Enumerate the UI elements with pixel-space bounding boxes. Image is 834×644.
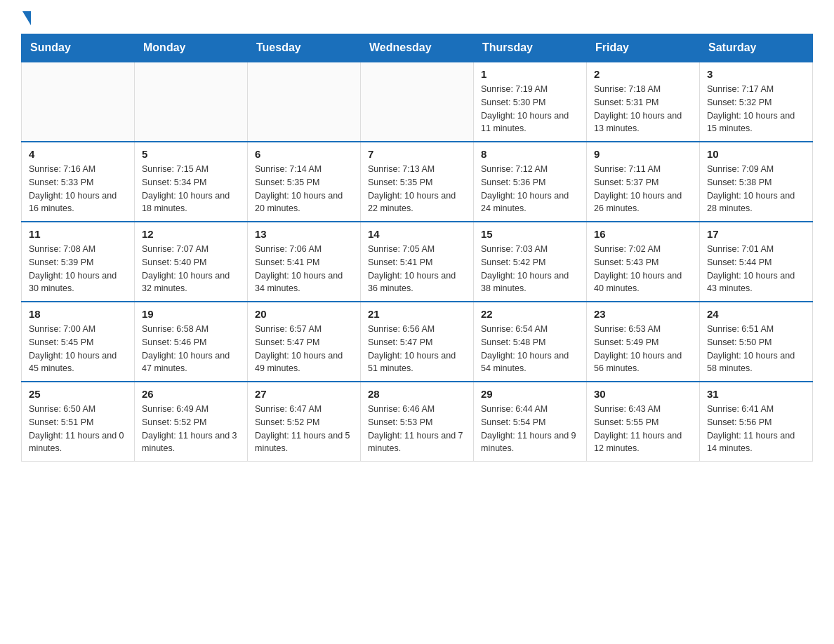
logo: [21, 14, 31, 22]
calendar-day-cell: 13Sunrise: 7:06 AM Sunset: 5:41 PM Dayli…: [248, 222, 361, 302]
day-number: 4: [29, 148, 127, 160]
day-number: 29: [481, 388, 579, 400]
day-number: 5: [142, 148, 240, 160]
calendar-day-cell: 7Sunrise: 7:13 AM Sunset: 5:35 PM Daylig…: [361, 142, 474, 222]
day-info: Sunrise: 6:49 AM Sunset: 5:52 PM Dayligh…: [142, 403, 240, 455]
calendar-day-cell: 31Sunrise: 6:41 AM Sunset: 5:56 PM Dayli…: [700, 382, 813, 462]
day-of-week-header: Monday: [135, 34, 248, 62]
day-number: 14: [368, 228, 466, 240]
calendar-day-cell: 12Sunrise: 7:07 AM Sunset: 5:40 PM Dayli…: [135, 222, 248, 302]
day-info: Sunrise: 7:05 AM Sunset: 5:41 PM Dayligh…: [368, 243, 466, 295]
day-number: 31: [707, 388, 805, 400]
calendar-day-cell: 30Sunrise: 6:43 AM Sunset: 5:55 PM Dayli…: [587, 382, 700, 462]
day-of-week-header: Wednesday: [361, 34, 474, 62]
day-number: 30: [594, 388, 692, 400]
day-number: 27: [255, 388, 353, 400]
day-number: 24: [707, 308, 805, 320]
day-number: 21: [368, 308, 466, 320]
calendar-day-cell: [22, 62, 135, 142]
calendar-day-cell: 14Sunrise: 7:05 AM Sunset: 5:41 PM Dayli…: [361, 222, 474, 302]
day-info: Sunrise: 7:00 AM Sunset: 5:45 PM Dayligh…: [29, 323, 127, 375]
day-number: 6: [255, 148, 353, 160]
day-number: 20: [255, 308, 353, 320]
day-info: Sunrise: 6:53 AM Sunset: 5:49 PM Dayligh…: [594, 323, 692, 375]
day-info: Sunrise: 6:47 AM Sunset: 5:52 PM Dayligh…: [255, 403, 353, 455]
day-of-week-header: Thursday: [474, 34, 587, 62]
day-number: 25: [29, 388, 127, 400]
calendar-day-cell: 10Sunrise: 7:09 AM Sunset: 5:38 PM Dayli…: [700, 142, 813, 222]
day-number: 10: [707, 148, 805, 160]
day-number: 8: [481, 148, 579, 160]
day-info: Sunrise: 6:50 AM Sunset: 5:51 PM Dayligh…: [29, 403, 127, 455]
calendar-day-cell: 2Sunrise: 7:18 AM Sunset: 5:31 PM Daylig…: [587, 62, 700, 142]
day-number: 11: [29, 228, 127, 240]
calendar-day-cell: 4Sunrise: 7:16 AM Sunset: 5:33 PM Daylig…: [22, 142, 135, 222]
day-info: Sunrise: 7:11 AM Sunset: 5:37 PM Dayligh…: [594, 163, 692, 215]
day-number: 15: [481, 228, 579, 240]
day-info: Sunrise: 7:09 AM Sunset: 5:38 PM Dayligh…: [707, 163, 805, 215]
calendar-week-row: 11Sunrise: 7:08 AM Sunset: 5:39 PM Dayli…: [22, 222, 813, 302]
day-info: Sunrise: 7:15 AM Sunset: 5:34 PM Dayligh…: [142, 163, 240, 215]
day-info: Sunrise: 7:01 AM Sunset: 5:44 PM Dayligh…: [707, 243, 805, 295]
day-number: 17: [707, 228, 805, 240]
calendar-day-cell: 26Sunrise: 6:49 AM Sunset: 5:52 PM Dayli…: [135, 382, 248, 462]
day-info: Sunrise: 6:56 AM Sunset: 5:47 PM Dayligh…: [368, 323, 466, 375]
day-number: 22: [481, 308, 579, 320]
calendar-day-cell: [135, 62, 248, 142]
calendar-day-cell: [361, 62, 474, 142]
day-number: 2: [594, 68, 692, 80]
day-number: 13: [255, 228, 353, 240]
day-info: Sunrise: 7:16 AM Sunset: 5:33 PM Dayligh…: [29, 163, 127, 215]
logo-triangle-icon: [22, 11, 31, 25]
day-info: Sunrise: 6:46 AM Sunset: 5:53 PM Dayligh…: [368, 403, 466, 455]
day-number: 16: [594, 228, 692, 240]
calendar-week-row: 1Sunrise: 7:19 AM Sunset: 5:30 PM Daylig…: [22, 62, 813, 142]
calendar-day-cell: 22Sunrise: 6:54 AM Sunset: 5:48 PM Dayli…: [474, 302, 587, 382]
day-info: Sunrise: 7:14 AM Sunset: 5:35 PM Dayligh…: [255, 163, 353, 215]
day-number: 23: [594, 308, 692, 320]
day-info: Sunrise: 6:43 AM Sunset: 5:55 PM Dayligh…: [594, 403, 692, 455]
day-number: 18: [29, 308, 127, 320]
calendar-day-cell: 28Sunrise: 6:46 AM Sunset: 5:53 PM Dayli…: [361, 382, 474, 462]
day-info: Sunrise: 7:18 AM Sunset: 5:31 PM Dayligh…: [594, 83, 692, 135]
day-info: Sunrise: 6:41 AM Sunset: 5:56 PM Dayligh…: [707, 403, 805, 455]
day-of-week-header: Sunday: [22, 34, 135, 62]
day-number: 26: [142, 388, 240, 400]
day-of-week-header: Tuesday: [248, 34, 361, 62]
calendar-day-cell: 24Sunrise: 6:51 AM Sunset: 5:50 PM Dayli…: [700, 302, 813, 382]
calendar-week-row: 18Sunrise: 7:00 AM Sunset: 5:45 PM Dayli…: [22, 302, 813, 382]
calendar-day-cell: 17Sunrise: 7:01 AM Sunset: 5:44 PM Dayli…: [700, 222, 813, 302]
calendar-day-cell: 19Sunrise: 6:58 AM Sunset: 5:46 PM Dayli…: [135, 302, 248, 382]
calendar-day-cell: 21Sunrise: 6:56 AM Sunset: 5:47 PM Dayli…: [361, 302, 474, 382]
day-info: Sunrise: 7:13 AM Sunset: 5:35 PM Dayligh…: [368, 163, 466, 215]
calendar-day-cell: 9Sunrise: 7:11 AM Sunset: 5:37 PM Daylig…: [587, 142, 700, 222]
calendar-day-cell: 18Sunrise: 7:00 AM Sunset: 5:45 PM Dayli…: [22, 302, 135, 382]
day-number: 3: [707, 68, 805, 80]
header: [21, 14, 813, 22]
day-info: Sunrise: 7:12 AM Sunset: 5:36 PM Dayligh…: [481, 163, 579, 215]
calendar-day-cell: 20Sunrise: 6:57 AM Sunset: 5:47 PM Dayli…: [248, 302, 361, 382]
day-number: 19: [142, 308, 240, 320]
day-info: Sunrise: 7:02 AM Sunset: 5:43 PM Dayligh…: [594, 243, 692, 295]
calendar-header-row: SundayMondayTuesdayWednesdayThursdayFrid…: [22, 34, 813, 62]
day-info: Sunrise: 6:51 AM Sunset: 5:50 PM Dayligh…: [707, 323, 805, 375]
day-info: Sunrise: 7:03 AM Sunset: 5:42 PM Dayligh…: [481, 243, 579, 295]
day-info: Sunrise: 6:44 AM Sunset: 5:54 PM Dayligh…: [481, 403, 579, 455]
calendar-day-cell: 29Sunrise: 6:44 AM Sunset: 5:54 PM Dayli…: [474, 382, 587, 462]
calendar-day-cell: 1Sunrise: 7:19 AM Sunset: 5:30 PM Daylig…: [474, 62, 587, 142]
calendar-day-cell: [248, 62, 361, 142]
day-info: Sunrise: 7:19 AM Sunset: 5:30 PM Dayligh…: [481, 83, 579, 135]
calendar-day-cell: 23Sunrise: 6:53 AM Sunset: 5:49 PM Dayli…: [587, 302, 700, 382]
day-info: Sunrise: 7:07 AM Sunset: 5:40 PM Dayligh…: [142, 243, 240, 295]
day-number: 9: [594, 148, 692, 160]
calendar-day-cell: 16Sunrise: 7:02 AM Sunset: 5:43 PM Dayli…: [587, 222, 700, 302]
day-of-week-header: Friday: [587, 34, 700, 62]
calendar-week-row: 25Sunrise: 6:50 AM Sunset: 5:51 PM Dayli…: [22, 382, 813, 462]
day-info: Sunrise: 6:54 AM Sunset: 5:48 PM Dayligh…: [481, 323, 579, 375]
day-number: 7: [368, 148, 466, 160]
day-info: Sunrise: 6:57 AM Sunset: 5:47 PM Dayligh…: [255, 323, 353, 375]
day-info: Sunrise: 6:58 AM Sunset: 5:46 PM Dayligh…: [142, 323, 240, 375]
day-number: 28: [368, 388, 466, 400]
day-number: 1: [481, 68, 579, 80]
calendar-day-cell: 27Sunrise: 6:47 AM Sunset: 5:52 PM Dayli…: [248, 382, 361, 462]
